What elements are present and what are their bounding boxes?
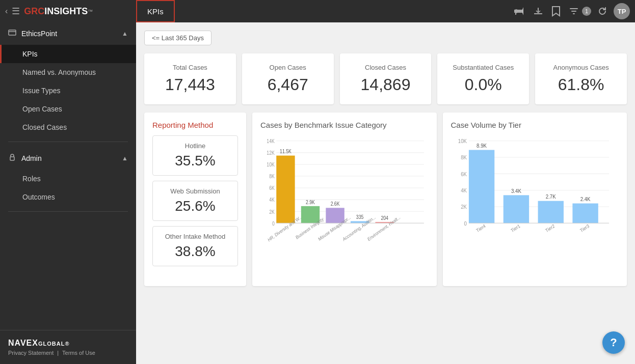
sidebar-item-roles[interactable]: Roles	[0, 170, 136, 188]
sidebar-footer: NAVEXGLOBAL® Privacy Statement | Terms o…	[0, 330, 136, 364]
svg-text:6K: 6K	[269, 185, 275, 191]
svg-text:Tier2: Tier2	[544, 223, 555, 234]
filter-count-badge: 1	[582, 7, 591, 16]
kpi-row: Total Cases17,443Open Cases6,467Closed C…	[144, 53, 627, 104]
refresh-button[interactable]	[595, 4, 610, 18]
svg-text:8.9K: 8.9K	[477, 143, 487, 149]
bookmark-button[interactable]	[549, 4, 563, 19]
sidebar-section-admin-header[interactable]: Admin ▲	[0, 147, 136, 170]
ethicspoint-chevron: ▲	[122, 30, 128, 37]
kpi-label: Substantiated Cases	[453, 64, 514, 71]
svg-text:2K: 2K	[269, 209, 275, 215]
filter-button[interactable]	[567, 4, 581, 18]
filter-bar: <= Last 365 Days	[144, 31, 627, 45]
sidebar-item-kpis[interactable]: KPIs	[0, 45, 136, 63]
svg-rect-4	[9, 30, 16, 35]
reporting-card-value: 25.6%	[175, 198, 215, 214]
svg-text:6K: 6K	[461, 171, 467, 177]
kpi-value: 14,869	[361, 75, 411, 94]
hamburger-icon[interactable]: ☰	[12, 6, 20, 17]
tier-chart-svg: 10K8K6K4K2K08.9KTier43.4KTier12.7KTier22…	[451, 135, 619, 278]
kpi-value: 17,443	[165, 75, 215, 94]
sidebar-section-ethicspoint-header[interactable]: EthicsPoint ▲	[0, 22, 136, 45]
svg-text:14K: 14K	[267, 138, 275, 144]
svg-text:10K: 10K	[458, 138, 466, 145]
logo-insights: INSIGHTS	[44, 6, 88, 17]
svg-text:2.9K: 2.9K	[306, 199, 315, 205]
sidebar-item-open-cases[interactable]: Open Cases	[0, 100, 136, 118]
avatar[interactable]: TP	[614, 3, 630, 19]
admin-chevron: ▲	[122, 155, 128, 162]
main: EthicsPoint ▲ KPIsNamed vs. AnonymousIss…	[0, 22, 635, 364]
svg-text:8K: 8K	[461, 155, 467, 161]
svg-text:4K: 4K	[461, 188, 467, 194]
reporting-method-title: Reporting Method	[152, 121, 238, 129]
benchmark-chart-title: Cases by Benchmark Issue Category	[260, 121, 429, 129]
sidebar-item-named-vs-anonymous[interactable]: Named vs. Anonymous	[0, 63, 136, 81]
admin-label: Admin	[21, 154, 42, 162]
sidebar-item-outcomes[interactable]: Outcomes	[0, 188, 136, 206]
svg-text:10K: 10K	[267, 161, 275, 167]
svg-text:3.4K: 3.4K	[511, 188, 521, 194]
sidebar-item-issue-types[interactable]: Issue Types	[0, 81, 136, 100]
kpi-card-total-cases: Total Cases17,443	[144, 53, 236, 104]
svg-text:2K: 2K	[461, 204, 467, 210]
kpi-value: 6,467	[268, 75, 308, 94]
kpi-card-closed-cases: Closed Cases14,869	[340, 53, 432, 104]
reporting-card-other-intake-method: Other Intake Method38.8%	[152, 226, 238, 266]
terms-of-use-link[interactable]: Terms of Use	[62, 350, 95, 356]
bar-Tier4	[468, 150, 494, 223]
svg-text:Tier1: Tier1	[510, 223, 521, 234]
sidebar-item-closed-cases[interactable]: Closed Cases	[0, 118, 136, 136]
benchmark-chart-container: 14K12K10K8K6K4K2K011.5KHR, Diversity and…	[260, 135, 429, 278]
reporting-card-hotline: Hotline35.5%	[152, 135, 238, 176]
privacy-statement-link[interactable]: Privacy Statement	[8, 350, 54, 356]
kpi-value: 0.0%	[465, 75, 502, 94]
kpi-label: Total Cases	[173, 64, 207, 71]
navex-global-text: GLOBAL®	[38, 341, 70, 347]
date-filter-button[interactable]: <= Last 365 Days	[144, 31, 211, 45]
kpi-card-open-cases: Open Cases6,467	[242, 53, 334, 104]
sidebar-toggle-icon[interactable]: ‹	[5, 7, 8, 16]
header-left: ‹ ☰ GRC INSIGHTS ™	[0, 6, 136, 17]
announce-button[interactable]	[512, 4, 527, 18]
bar-Tier3	[572, 204, 598, 223]
svg-rect-3	[534, 13, 542, 14]
help-button[interactable]: ?	[602, 331, 625, 354]
sidebar-divider-2	[8, 211, 128, 212]
admin-items: RolesOutcomes	[0, 170, 136, 206]
kpi-card-anonymous-cases: Anonymous Cases61.8%	[535, 53, 627, 104]
svg-rect-5	[10, 157, 14, 160]
logo-grc: GRC	[24, 6, 44, 17]
kpi-label: Closed Cases	[365, 64, 406, 71]
reporting-card-value: 38.8%	[175, 243, 215, 260]
kpi-card-substantiated-cases: Substantiated Cases0.0%	[437, 53, 529, 104]
logo: GRC INSIGHTS ™	[24, 6, 93, 17]
svg-text:Tier3: Tier3	[579, 223, 590, 234]
tier-chart-card: Case Volume by Tier 10K8K6K4K2K08.9KTier…	[443, 113, 627, 286]
logo-tm: ™	[88, 9, 93, 14]
reporting-method-card: Reporting Method Hotline35.5%Web Submiss…	[144, 113, 246, 286]
reporting-items: Hotline35.5%Web Submission25.6%Other Int…	[152, 135, 238, 266]
sidebar-divider-1	[8, 142, 128, 142]
sidebar-section-ethicspoint: EthicsPoint ▲ KPIsNamed vs. AnonymousIss…	[0, 22, 136, 136]
header-actions: 1 TP	[512, 3, 635, 19]
bar-Tier1	[503, 195, 528, 223]
svg-text:2.4K: 2.4K	[580, 197, 590, 203]
sidebar: EthicsPoint ▲ KPIsNamed vs. AnonymousIss…	[0, 22, 136, 364]
export-button[interactable]	[531, 4, 545, 18]
svg-rect-2	[538, 8, 539, 12]
svg-text:12K: 12K	[267, 150, 275, 156]
bar-Tier2	[538, 201, 563, 223]
charts-row: Reporting Method Hotline35.5%Web Submiss…	[144, 113, 627, 286]
svg-text:0: 0	[464, 220, 467, 227]
svg-text:Tier4: Tier4	[475, 223, 486, 234]
reporting-card-value: 35.5%	[175, 153, 215, 169]
svg-text:2.7K: 2.7K	[545, 194, 555, 200]
kpis-tab[interactable]: KPIs	[136, 0, 175, 22]
sidebar-items: KPIsNamed vs. AnonymousIssue TypesOpen C…	[0, 45, 136, 136]
reporting-card-label: Other Intake Method	[165, 233, 226, 240]
tier-chart-title: Case Volume by Tier	[451, 121, 619, 129]
svg-text:0: 0	[272, 220, 275, 227]
ethicspoint-icon	[8, 29, 16, 39]
